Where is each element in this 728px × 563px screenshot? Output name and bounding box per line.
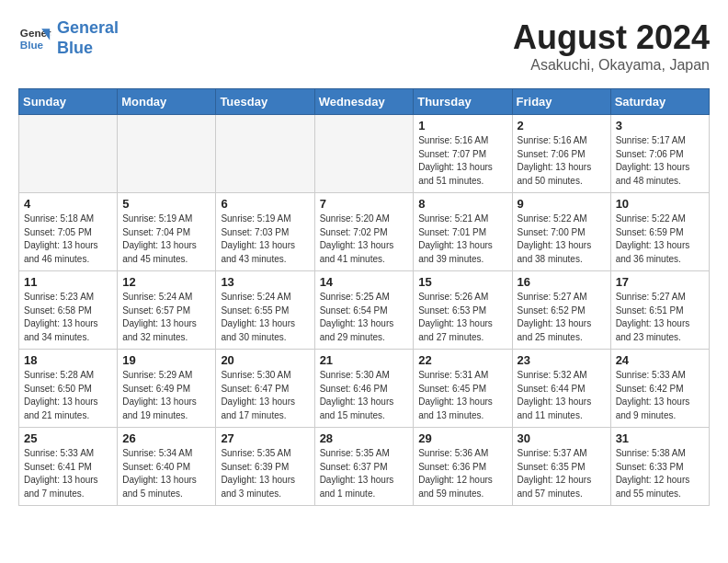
day-cell: 6Sunrise: 5:19 AM Sunset: 7:03 PM Daylig… bbox=[216, 193, 314, 271]
day-number: 13 bbox=[221, 275, 309, 289]
day-number: 30 bbox=[518, 431, 606, 445]
svg-text:Blue: Blue bbox=[20, 38, 44, 50]
day-info: Sunrise: 5:30 AM Sunset: 6:47 PM Dayligh… bbox=[221, 369, 309, 422]
day-number: 28 bbox=[320, 431, 409, 445]
day-info: Sunrise: 5:22 AM Sunset: 7:00 PM Dayligh… bbox=[518, 213, 606, 266]
day-cell bbox=[19, 115, 118, 193]
day-cell: 26Sunrise: 5:34 AM Sunset: 6:40 PM Dayli… bbox=[118, 428, 216, 506]
day-number: 22 bbox=[418, 353, 506, 367]
day-cell: 24Sunrise: 5:33 AM Sunset: 6:42 PM Dayli… bbox=[610, 350, 709, 428]
day-info: Sunrise: 5:22 AM Sunset: 6:59 PM Dayligh… bbox=[616, 213, 704, 266]
day-info: Sunrise: 5:19 AM Sunset: 7:03 PM Dayligh… bbox=[221, 213, 309, 266]
day-info: Sunrise: 5:27 AM Sunset: 6:51 PM Dayligh… bbox=[616, 291, 704, 344]
day-number: 31 bbox=[616, 431, 704, 445]
day-number: 9 bbox=[518, 197, 606, 211]
day-number: 16 bbox=[518, 275, 606, 289]
day-number: 18 bbox=[24, 353, 112, 367]
day-cell: 15Sunrise: 5:26 AM Sunset: 6:53 PM Dayli… bbox=[414, 271, 512, 350]
day-number: 29 bbox=[418, 431, 506, 445]
day-info: Sunrise: 5:16 AM Sunset: 7:06 PM Dayligh… bbox=[518, 134, 606, 188]
day-info: Sunrise: 5:28 AM Sunset: 6:50 PM Dayligh… bbox=[24, 369, 112, 422]
day-number: 1 bbox=[418, 119, 506, 132]
weekday-header-thursday: Thursday bbox=[414, 89, 512, 115]
page-header: General Blue GeneralBlue August 2024 Asa… bbox=[18, 18, 710, 74]
weekday-header-friday: Friday bbox=[512, 89, 610, 115]
day-info: Sunrise: 5:37 AM Sunset: 6:35 PM Dayligh… bbox=[518, 447, 606, 500]
day-number: 11 bbox=[24, 275, 112, 289]
weekday-header-tuesday: Tuesday bbox=[216, 89, 314, 115]
day-cell: 8Sunrise: 5:21 AM Sunset: 7:01 PM Daylig… bbox=[414, 193, 512, 271]
logo-text: GeneralBlue bbox=[57, 18, 119, 58]
day-info: Sunrise: 5:16 AM Sunset: 7:07 PM Dayligh… bbox=[418, 134, 506, 188]
day-cell: 9Sunrise: 5:22 AM Sunset: 7:00 PM Daylig… bbox=[512, 193, 610, 271]
weekday-header-wednesday: Wednesday bbox=[314, 89, 414, 115]
location-subtitle: Asakuchi, Okayama, Japan bbox=[513, 57, 710, 74]
day-info: Sunrise: 5:19 AM Sunset: 7:04 PM Dayligh… bbox=[122, 213, 210, 266]
day-cell: 3Sunrise: 5:17 AM Sunset: 7:06 PM Daylig… bbox=[610, 115, 709, 193]
day-info: Sunrise: 5:26 AM Sunset: 6:53 PM Dayligh… bbox=[418, 291, 506, 344]
weekday-header-row: SundayMondayTuesdayWednesdayThursdayFrid… bbox=[19, 89, 710, 115]
week-row-5: 25Sunrise: 5:33 AM Sunset: 6:41 PM Dayli… bbox=[19, 428, 710, 506]
day-number: 25 bbox=[24, 431, 112, 445]
day-number: 10 bbox=[616, 197, 704, 211]
logo: General Blue GeneralBlue bbox=[18, 18, 119, 58]
day-number: 23 bbox=[518, 353, 606, 367]
day-number: 17 bbox=[616, 275, 704, 289]
day-info: Sunrise: 5:35 AM Sunset: 6:39 PM Dayligh… bbox=[221, 447, 309, 500]
day-info: Sunrise: 5:24 AM Sunset: 6:55 PM Dayligh… bbox=[221, 291, 309, 344]
logo-icon: General Blue bbox=[18, 22, 51, 55]
day-number: 27 bbox=[221, 431, 309, 445]
day-cell: 5Sunrise: 5:19 AM Sunset: 7:04 PM Daylig… bbox=[118, 193, 216, 271]
day-number: 20 bbox=[221, 353, 309, 367]
day-info: Sunrise: 5:18 AM Sunset: 7:05 PM Dayligh… bbox=[24, 213, 112, 266]
day-info: Sunrise: 5:33 AM Sunset: 6:41 PM Dayligh… bbox=[24, 447, 112, 500]
day-cell: 16Sunrise: 5:27 AM Sunset: 6:52 PM Dayli… bbox=[512, 271, 610, 350]
day-cell: 28Sunrise: 5:35 AM Sunset: 6:37 PM Dayli… bbox=[314, 428, 414, 506]
day-number: 19 bbox=[122, 353, 210, 367]
day-cell: 7Sunrise: 5:20 AM Sunset: 7:02 PM Daylig… bbox=[314, 193, 414, 271]
weekday-header-saturday: Saturday bbox=[610, 89, 709, 115]
day-info: Sunrise: 5:34 AM Sunset: 6:40 PM Dayligh… bbox=[122, 447, 210, 500]
day-info: Sunrise: 5:38 AM Sunset: 6:33 PM Dayligh… bbox=[616, 447, 704, 500]
day-number: 8 bbox=[418, 197, 506, 211]
week-row-2: 4Sunrise: 5:18 AM Sunset: 7:05 PM Daylig… bbox=[19, 193, 710, 271]
day-number: 5 bbox=[122, 197, 210, 211]
day-cell: 1Sunrise: 5:16 AM Sunset: 7:07 PM Daylig… bbox=[414, 115, 512, 193]
day-cell: 17Sunrise: 5:27 AM Sunset: 6:51 PM Dayli… bbox=[610, 271, 709, 350]
day-cell: 18Sunrise: 5:28 AM Sunset: 6:50 PM Dayli… bbox=[19, 350, 118, 428]
day-cell: 11Sunrise: 5:23 AM Sunset: 6:58 PM Dayli… bbox=[19, 271, 118, 350]
week-row-4: 18Sunrise: 5:28 AM Sunset: 6:50 PM Dayli… bbox=[19, 350, 710, 428]
day-number: 15 bbox=[418, 275, 506, 289]
day-number: 2 bbox=[518, 119, 606, 132]
day-number: 12 bbox=[122, 275, 210, 289]
day-info: Sunrise: 5:20 AM Sunset: 7:02 PM Dayligh… bbox=[320, 213, 409, 266]
day-info: Sunrise: 5:21 AM Sunset: 7:01 PM Dayligh… bbox=[418, 213, 506, 266]
day-number: 21 bbox=[320, 353, 409, 367]
day-number: 7 bbox=[320, 197, 409, 211]
day-cell bbox=[216, 115, 314, 193]
day-number: 26 bbox=[122, 431, 210, 445]
day-info: Sunrise: 5:30 AM Sunset: 6:46 PM Dayligh… bbox=[320, 369, 409, 422]
day-cell: 29Sunrise: 5:36 AM Sunset: 6:36 PM Dayli… bbox=[414, 428, 512, 506]
day-info: Sunrise: 5:33 AM Sunset: 6:42 PM Dayligh… bbox=[616, 369, 704, 422]
day-cell: 14Sunrise: 5:25 AM Sunset: 6:54 PM Dayli… bbox=[314, 271, 414, 350]
week-row-3: 11Sunrise: 5:23 AM Sunset: 6:58 PM Dayli… bbox=[19, 271, 710, 350]
day-cell: 30Sunrise: 5:37 AM Sunset: 6:35 PM Dayli… bbox=[512, 428, 610, 506]
day-cell: 20Sunrise: 5:30 AM Sunset: 6:47 PM Dayli… bbox=[216, 350, 314, 428]
day-info: Sunrise: 5:17 AM Sunset: 7:06 PM Dayligh… bbox=[616, 134, 704, 188]
day-info: Sunrise: 5:31 AM Sunset: 6:45 PM Dayligh… bbox=[418, 369, 506, 422]
day-cell: 27Sunrise: 5:35 AM Sunset: 6:39 PM Dayli… bbox=[216, 428, 314, 506]
weekday-header-monday: Monday bbox=[118, 89, 216, 115]
day-number: 14 bbox=[320, 275, 409, 289]
weekday-header-sunday: Sunday bbox=[19, 89, 118, 115]
day-cell: 2Sunrise: 5:16 AM Sunset: 7:06 PM Daylig… bbox=[512, 115, 610, 193]
day-cell bbox=[118, 115, 216, 193]
day-info: Sunrise: 5:36 AM Sunset: 6:36 PM Dayligh… bbox=[418, 447, 506, 500]
day-cell: 21Sunrise: 5:30 AM Sunset: 6:46 PM Dayli… bbox=[314, 350, 414, 428]
day-number: 4 bbox=[24, 197, 112, 211]
day-cell: 31Sunrise: 5:38 AM Sunset: 6:33 PM Dayli… bbox=[610, 428, 709, 506]
day-info: Sunrise: 5:29 AM Sunset: 6:49 PM Dayligh… bbox=[122, 369, 210, 422]
day-cell: 23Sunrise: 5:32 AM Sunset: 6:44 PM Dayli… bbox=[512, 350, 610, 428]
day-info: Sunrise: 5:35 AM Sunset: 6:37 PM Dayligh… bbox=[320, 447, 409, 500]
day-cell: 4Sunrise: 5:18 AM Sunset: 7:05 PM Daylig… bbox=[19, 193, 118, 271]
